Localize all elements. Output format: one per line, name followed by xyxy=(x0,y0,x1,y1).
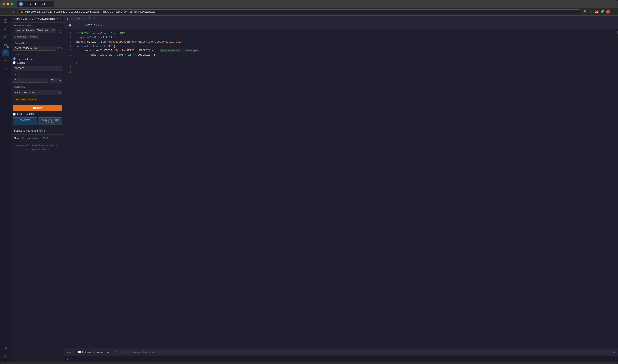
filter-search-icon xyxy=(113,351,116,353)
search-files-icon[interactable] xyxy=(87,17,91,21)
pinned-network: (network: 5003) xyxy=(33,137,48,140)
environment-select[interactable]: Injected Provider - MetaMask ⚙ xyxy=(14,28,56,33)
ai-button-1[interactable]: ✦ AI xyxy=(71,17,76,21)
sidebar-icon-tools[interactable] xyxy=(2,345,9,352)
close-window-button[interactable] xyxy=(3,3,5,5)
code-line-7: constructor() ERC20("Mantle PEPE", "MPEP… xyxy=(76,49,614,53)
editor-area: ▶ ✦ AI ✦ AI ✦ AI xyxy=(64,16,618,362)
gas-limit-input[interactable] xyxy=(13,66,62,71)
ai-button-3[interactable]: ✦ AI xyxy=(82,17,86,21)
env-more-icon[interactable]: ⋮ xyxy=(59,29,62,33)
code-line-1: // SPDX-License-Identifier: MIT xyxy=(76,32,614,36)
app-container: DEPLOY & RUN TRANSACTIONS ✓ > ENVIRONMEN… xyxy=(0,16,618,362)
svg-line-20 xyxy=(115,352,116,353)
code-line-2: pragma solidity ^0.8.20; xyxy=(76,36,614,40)
sidebar-icon-git[interactable] xyxy=(2,33,9,40)
env-settings-icon[interactable]: ⚙ xyxy=(52,29,54,32)
no-pinned-message: No pinned contracts found for selected w… xyxy=(11,140,64,154)
home-tab[interactable]: 🏠 Home xyxy=(66,22,82,28)
publish-ipfs-checkbox[interactable] xyxy=(13,113,16,116)
svg-point-7 xyxy=(6,36,7,37)
forward-button[interactable]: › xyxy=(7,10,10,14)
clear-filter-icon[interactable]: ⊗ xyxy=(613,351,615,354)
bottom-bar: ⌄⌄ 0 Listen on all transactions ⊗ xyxy=(64,348,618,356)
unit-select[interactable]: Wei Gwei Finney Ether xyxy=(49,78,62,83)
contract-select[interactable]: Token - ERC20.sol ▾ xyxy=(13,90,62,95)
value-input[interactable] xyxy=(13,78,48,83)
maximize-window-button[interactable] xyxy=(11,3,13,5)
sidebar-icon-deploy[interactable] xyxy=(2,49,9,56)
filter-input[interactable] xyxy=(117,350,612,354)
code-editor[interactable]: // SPDX-License-Identifier: MIT pragma s… xyxy=(73,29,617,348)
svg-marker-12 xyxy=(4,51,7,54)
listen-checkbox[interactable] xyxy=(78,351,81,353)
copy-account-button[interactable]: ⧉ xyxy=(57,46,59,50)
more-options-icon[interactable]: ⋮ xyxy=(612,10,616,14)
sidebar-icon-files[interactable] xyxy=(2,17,9,25)
tx-expand-arrow[interactable]: › xyxy=(60,129,61,132)
url-text: remix.ethereum.org/#lang=en&optimize=fal… xyxy=(24,10,155,13)
pinned-header: Pinned Contracts (network: 5003) xyxy=(11,136,64,140)
load-contract-button[interactable]: Load contract from Address xyxy=(38,117,62,125)
back-button[interactable]: ‹ xyxy=(2,10,5,14)
line-numbers: 1 2 3 4 5 6 7 8 9 10 xyxy=(64,29,73,348)
gas-radio-group: Estimated Gas Custom xyxy=(11,57,64,65)
tx-count: 0 xyxy=(74,351,75,354)
browser-titlebar: R Remix - Ethereum IDE × + xyxy=(0,0,618,8)
sidebar-icon-verify[interactable] xyxy=(2,65,9,72)
environment-label: ENVIRONMENT ℹ xyxy=(11,23,64,28)
settings-icon[interactable] xyxy=(92,17,97,21)
transactions-row[interactable]: Transactions recorded 2 ℹ › xyxy=(11,128,64,134)
icon-sidebar xyxy=(0,16,11,362)
erc20-tab[interactable]: ● ERC20.sol × xyxy=(82,23,105,28)
divider-2 xyxy=(11,134,64,135)
refresh-button[interactable]: ↻ xyxy=(11,10,16,14)
new-tab-button[interactable]: + xyxy=(55,2,59,6)
sidebar-icon-settings[interactable] xyxy=(2,353,9,360)
bookmark-icon[interactable]: ☆ xyxy=(589,10,593,14)
panel-title: DEPLOY & RUN TRANSACTIONS xyxy=(14,18,55,20)
sidebar-icon-search[interactable] xyxy=(2,26,9,33)
address-bar[interactable]: 🔒 remix.ethereum.org/#lang=en&optimize=f… xyxy=(17,9,581,14)
browser-window: R Remix - Ethereum IDE × + ‹ › ↻ 🔒 remix… xyxy=(0,0,618,364)
value-label: VALUE xyxy=(11,72,64,77)
transactions-label: Transactions recorded 2 ℹ xyxy=(14,129,45,132)
tab-close-button[interactable]: × xyxy=(50,3,52,5)
evm-badge: evm version: cancun xyxy=(14,98,38,101)
collapse-icon[interactable]: ⌄⌄ xyxy=(67,351,71,354)
sidebar-icon-plugin[interactable] xyxy=(2,57,9,64)
ai-button-2[interactable]: ✦ AI xyxy=(77,17,81,21)
active-tab[interactable]: R Remix - Ethereum IDE × xyxy=(17,1,54,7)
listen-checkbox-row[interactable]: Listen on all transactions xyxy=(78,351,109,353)
browser-search-icon[interactable]: 🔍 xyxy=(583,10,587,14)
svg-point-8 xyxy=(4,37,5,38)
metamask-icon[interactable]: 🦊 xyxy=(594,10,599,14)
code-line-4: import {ERC20} from "@openzeppelin/contr… xyxy=(76,40,614,44)
estimated-gas-radio[interactable]: Estimated Gas xyxy=(13,57,62,61)
env-info-icon[interactable]: ℹ xyxy=(32,25,33,27)
account-info-icon[interactable]: ℹ xyxy=(26,42,27,44)
account-select[interactable]: 0xe0f...67400 (4 ether) xyxy=(13,46,56,51)
extensions-icon[interactable]: 🧩 xyxy=(600,10,604,14)
network-badge-text: Custom (5003) network xyxy=(13,35,39,39)
at-address-button[interactable]: At Address xyxy=(13,117,37,125)
custom-gas-radio[interactable]: Custom xyxy=(13,61,62,65)
sidebar-icon-debug[interactable] xyxy=(2,41,9,48)
panel-check-icon: ✓ xyxy=(56,17,58,21)
deploy-button[interactable]: Deploy xyxy=(13,105,62,111)
tx-info-icon[interactable]: ℹ xyxy=(44,130,45,132)
run-icon[interactable]: ▶ xyxy=(66,17,70,21)
erc20-tab-close[interactable]: × xyxy=(101,24,102,26)
svg-point-15 xyxy=(5,356,6,357)
editor-scrollbar[interactable] xyxy=(617,29,618,348)
svg-point-6 xyxy=(4,36,5,37)
minimize-window-button[interactable] xyxy=(7,3,9,5)
evm-badge-container: evm version: cancun xyxy=(11,96,64,103)
panel-expand-icon[interactable]: > xyxy=(60,17,61,21)
profile-icon[interactable]: F xyxy=(606,10,610,14)
code-line-9: } xyxy=(76,57,614,61)
terminal-prompt[interactable]: > xyxy=(64,356,618,362)
code-line-6: contract Token is ERC20 { xyxy=(76,44,614,49)
edit-account-button[interactable]: ✎ xyxy=(60,46,62,50)
svg-rect-14 xyxy=(4,60,7,62)
